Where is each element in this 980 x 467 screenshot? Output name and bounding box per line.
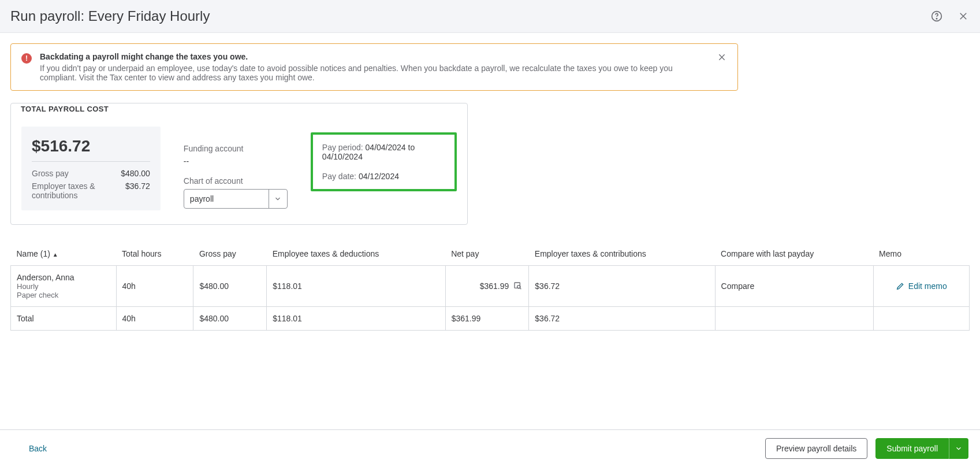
- dates-section: Pay period: 04/04/2024 to 04/10/2024 Pay…: [311, 127, 457, 210]
- chevron-down-icon: [269, 190, 287, 208]
- table-row: Anderson, Anna Hourly Paper check 40h $4…: [11, 266, 970, 307]
- gross-pay-label: Gross pay: [32, 169, 69, 178]
- alert-close-icon[interactable]: [717, 52, 727, 62]
- total-net: $361.99: [445, 307, 529, 331]
- emp-tax-value: $36.72: [125, 181, 150, 200]
- row-emp-tax: $36.72: [529, 266, 715, 307]
- col-deduct[interactable]: Employee taxes & deductions: [267, 242, 445, 266]
- summary-totals: $516.72 Gross pay $480.00 Employer taxes…: [21, 127, 161, 210]
- col-compare[interactable]: Compare with last payday: [715, 242, 873, 266]
- alert-title: Backdating a payroll might change the ta…: [40, 52, 709, 61]
- edit-memo-link[interactable]: Edit memo: [880, 281, 963, 291]
- total-hours: 40h: [116, 307, 193, 331]
- payroll-table: Name (1)▲ Total hours Gross pay Employee…: [10, 242, 970, 331]
- backdate-alert: ! Backdating a payroll might change the …: [10, 43, 738, 91]
- close-icon[interactable]: [957, 10, 970, 23]
- employee-name: Anderson, Anna: [17, 273, 110, 282]
- total-cost: $516.72: [32, 137, 150, 155]
- detail-icon[interactable]: [513, 281, 523, 291]
- total-emp-tax: $36.72: [529, 307, 715, 331]
- compare-link[interactable]: Compare: [715, 266, 873, 307]
- main-content: ! Backdating a payroll might change the …: [0, 33, 980, 341]
- account-section: Funding account -- Chart of account payr…: [184, 127, 288, 210]
- coa-value: payroll: [190, 194, 214, 203]
- summary-section: TOTAL PAYROLL COST $516.72 Gross pay $48…: [10, 105, 970, 225]
- employee-method: Paper check: [17, 291, 110, 299]
- alert-text: If you didn't pay or underpaid an employ…: [40, 64, 709, 82]
- gross-pay-value: $480.00: [121, 169, 150, 178]
- col-hours[interactable]: Total hours: [116, 242, 193, 266]
- col-net[interactable]: Net pay: [445, 242, 529, 266]
- funding-value: --: [184, 157, 288, 166]
- col-memo[interactable]: Memo: [873, 242, 969, 266]
- sort-asc-icon: ▲: [53, 251, 58, 258]
- pencil-icon: [896, 281, 905, 291]
- total-label: Total: [11, 307, 117, 331]
- alert-icon: !: [21, 53, 32, 64]
- row-hours: 40h: [116, 266, 193, 307]
- col-name[interactable]: Name (1)▲: [11, 242, 117, 266]
- page-title: Run payroll: Every Friday Hourly: [10, 8, 210, 24]
- svg-point-1: [936, 18, 937, 19]
- emp-tax-label: Employer taxes & contributions: [32, 181, 113, 200]
- pay-period-label: Pay period:: [322, 143, 363, 152]
- col-gross[interactable]: Gross pay: [193, 242, 267, 266]
- total-deduct: $118.01: [267, 307, 445, 331]
- row-gross: $480.00: [193, 266, 267, 307]
- coa-label: Chart of account: [184, 176, 288, 186]
- app-header: Run payroll: Every Friday Hourly: [0, 0, 980, 33]
- header-actions: [930, 10, 970, 23]
- total-gross: $480.00: [193, 307, 267, 331]
- pay-dates-highlight: Pay period: 04/04/2024 to 04/10/2024 Pay…: [311, 132, 457, 191]
- table-total-row: Total 40h $480.00 $118.01 $361.99 $36.72: [11, 307, 970, 331]
- funding-label: Funding account: [184, 144, 288, 153]
- row-deduct: $118.01: [267, 266, 445, 307]
- employee-type: Hourly: [17, 282, 110, 291]
- row-net: $361.99: [480, 281, 509, 291]
- pay-date-value: 04/12/2024: [359, 172, 399, 181]
- help-icon[interactable]: [930, 10, 943, 23]
- pay-date-label: Pay date:: [322, 172, 356, 181]
- coa-select[interactable]: payroll: [184, 189, 288, 209]
- col-emp-tax[interactable]: Employer taxes & contributions: [529, 242, 715, 266]
